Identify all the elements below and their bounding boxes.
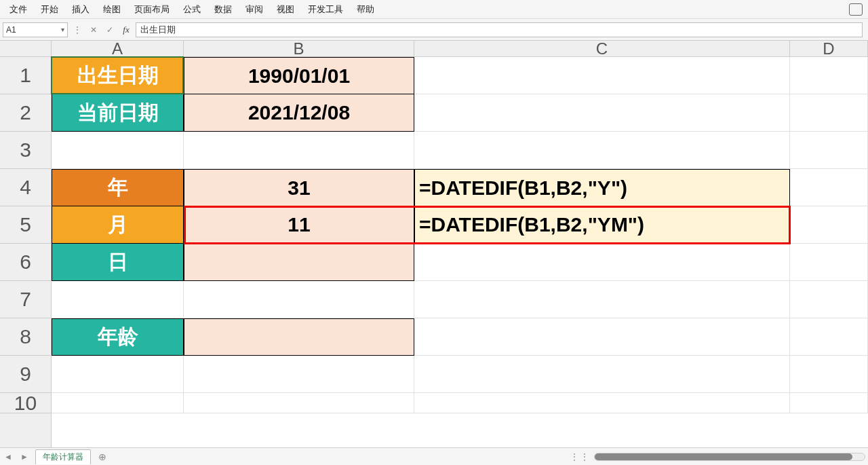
row-header-8[interactable]: 8	[0, 318, 51, 356]
select-all-corner[interactable]	[0, 41, 52, 57]
menu-review[interactable]: 审阅	[239, 3, 270, 16]
cell-C8[interactable]	[414, 318, 790, 356]
menu-data[interactable]: 数据	[208, 3, 239, 16]
cell-C6[interactable]	[414, 244, 790, 281]
cell-grid: 出生日期 1990/01/01 当前日期 2021/12/08 年 31 =DA…	[52, 57, 868, 447]
formula-toolbar: A1 ▾ ⋮ ✕ ✓ fx 出生日期	[0, 19, 868, 41]
cell-D4[interactable]	[790, 169, 868, 206]
cell-B6[interactable]	[184, 244, 414, 281]
col-header-D[interactable]: D	[790, 41, 868, 56]
cancel-icon[interactable]: ✕	[87, 23, 100, 37]
cell-D5[interactable]	[790, 206, 868, 244]
menu-bar: 文件 开始 插入 绘图 页面布局 公式 数据 审阅 视图 开发工具 帮助	[0, 0, 868, 19]
column-headers: A B C D	[52, 41, 868, 57]
cell-C7[interactable]	[414, 281, 790, 318]
menu-file[interactable]: 文件	[3, 3, 34, 16]
row-headers: 1 2 3 4 5 6 7 8 9 10	[0, 57, 52, 447]
sheet-tab-active[interactable]: 年龄计算器	[35, 449, 91, 464]
accept-icon[interactable]: ✓	[103, 23, 117, 37]
menu-insert[interactable]: 插入	[65, 3, 96, 16]
menu-formula[interactable]: 公式	[176, 3, 208, 16]
fx-icon[interactable]: fx	[119, 23, 133, 37]
tab-nav-right-icon[interactable]: ►	[18, 450, 31, 464]
cell-A9[interactable]	[52, 356, 184, 393]
col-header-A[interactable]: A	[52, 41, 184, 56]
cell-D10[interactable]	[790, 393, 868, 413]
cell-A10[interactable]	[52, 393, 184, 413]
cell-B3[interactable]	[184, 132, 414, 169]
cell-C2[interactable]	[414, 94, 790, 132]
cell-D3[interactable]	[790, 132, 868, 169]
col-header-B[interactable]: B	[184, 41, 414, 56]
cell-B7[interactable]	[184, 281, 414, 318]
add-sheet-icon[interactable]: ⊕	[96, 451, 108, 463]
cell-A7[interactable]	[52, 281, 184, 318]
name-box[interactable]: A1 ▾	[3, 22, 68, 37]
sheet-tabs: ◄ ► 年龄计算器 ⊕ ⋮ ⋮	[0, 447, 868, 465]
menu-home[interactable]: 开始	[34, 3, 65, 16]
tab-nav-left-icon[interactable]: ◄	[1, 450, 15, 464]
cell-C9[interactable]	[414, 356, 790, 393]
cell-C1[interactable]	[414, 57, 790, 94]
cell-C4[interactable]: =DATEDIF(B1,B2,"Y")	[414, 169, 790, 206]
row-header-9[interactable]: 9	[0, 356, 51, 393]
row-header-5[interactable]: 5	[0, 206, 51, 244]
cell-B2[interactable]: 2021/12/08	[184, 94, 414, 132]
cell-D2[interactable]	[790, 94, 868, 132]
cell-B1[interactable]: 1990/01/01	[184, 57, 414, 94]
cell-A4[interactable]: 年	[52, 169, 184, 206]
cell-A3[interactable]	[52, 132, 184, 169]
col-header-C[interactable]: C	[414, 41, 790, 56]
row-header-6[interactable]: 6	[0, 244, 51, 281]
cell-B5[interactable]: 11	[184, 206, 414, 244]
menu-pagelayout[interactable]: 页面布局	[127, 3, 176, 16]
cell-A8[interactable]: 年龄	[52, 318, 184, 356]
tab-options-icon[interactable]: ⋮ ⋮	[570, 452, 589, 462]
row-header-1[interactable]: 1	[0, 57, 51, 94]
cell-B8[interactable]	[184, 318, 414, 356]
dropdown-icon[interactable]: ⋮	[71, 23, 84, 37]
cell-D9[interactable]	[790, 356, 868, 393]
row-header-4[interactable]: 4	[0, 169, 51, 206]
row-header-10[interactable]: 10	[0, 393, 51, 413]
row-header-7[interactable]: 7	[0, 281, 51, 318]
formula-bar[interactable]: 出生日期	[136, 22, 863, 37]
cell-C10[interactable]	[414, 393, 790, 413]
row-header-2[interactable]: 2	[0, 94, 51, 132]
cell-A5[interactable]: 月	[52, 206, 184, 244]
menu-help[interactable]: 帮助	[350, 3, 381, 16]
menu-view[interactable]: 视图	[270, 3, 301, 16]
chevron-down-icon[interactable]: ▾	[61, 26, 64, 33]
horizontal-scrollbar[interactable]	[594, 453, 865, 461]
cell-D8[interactable]	[790, 318, 868, 356]
row-header-3[interactable]: 3	[0, 132, 51, 169]
cell-A1[interactable]: 出生日期	[52, 57, 184, 94]
cell-C5[interactable]: =DATEDIF(B1,B2,"YM")	[414, 206, 790, 244]
formula-bar-value: 出生日期	[140, 24, 176, 36]
cell-A2[interactable]: 当前日期	[52, 94, 184, 132]
cell-D1[interactable]	[790, 57, 868, 94]
cell-B9[interactable]	[184, 356, 414, 393]
cell-D6[interactable]	[790, 244, 868, 281]
scrollbar-thumb[interactable]	[595, 453, 852, 460]
menu-devtools[interactable]: 开发工具	[301, 3, 350, 16]
cell-C3[interactable]	[414, 132, 790, 169]
name-box-value: A1	[6, 25, 16, 35]
spreadsheet: A B C D 1 2 3 4 5 6 7 8 9 10 出生日期 1990/0…	[0, 41, 868, 447]
cell-B4[interactable]: 31	[184, 169, 414, 206]
cell-A6[interactable]: 日	[52, 244, 184, 281]
menu-draw[interactable]: 绘图	[96, 3, 127, 16]
comment-icon[interactable]	[849, 3, 863, 16]
cell-B10[interactable]	[184, 393, 414, 413]
cell-D7[interactable]	[790, 281, 868, 318]
